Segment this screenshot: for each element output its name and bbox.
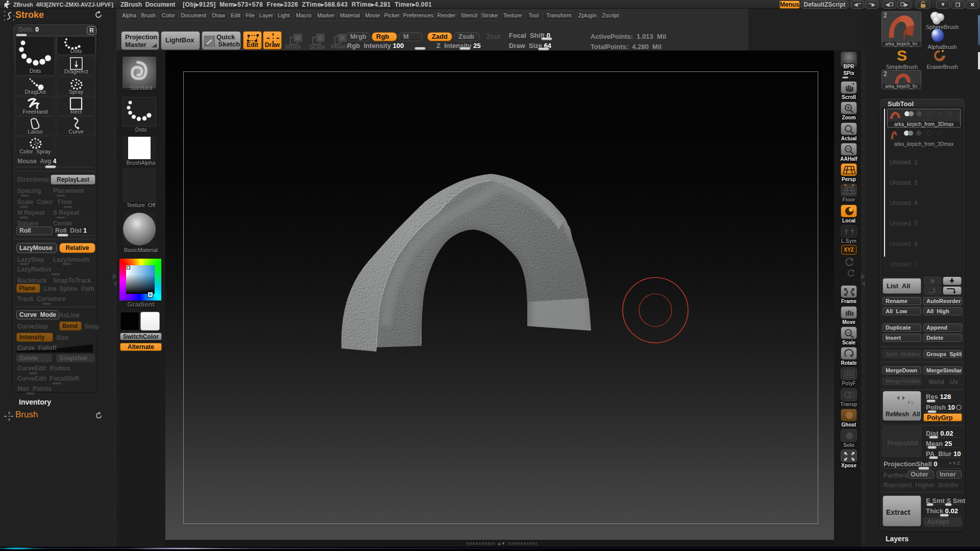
- svg-text:S: S: [897, 48, 907, 63]
- svg-text:M: M: [295, 34, 301, 42]
- svg-text:R: R: [340, 34, 345, 42]
- svg-text:S: S: [318, 34, 323, 42]
- svg-text:x y z: x y z: [908, 399, 913, 405]
